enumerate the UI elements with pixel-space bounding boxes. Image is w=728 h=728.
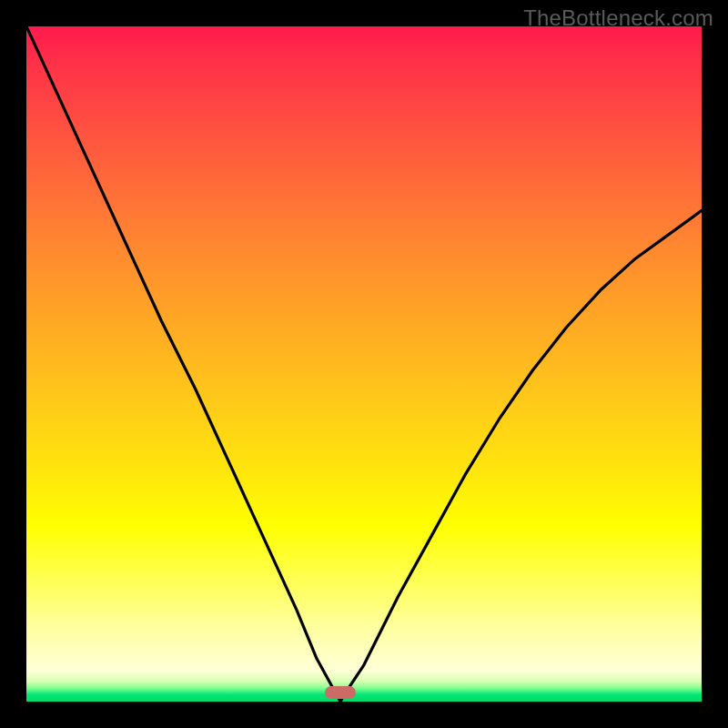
chart-plot-area <box>26 26 702 702</box>
optimum-marker <box>325 686 356 699</box>
curve-path <box>26 26 702 702</box>
bottleneck-curve <box>26 26 702 702</box>
